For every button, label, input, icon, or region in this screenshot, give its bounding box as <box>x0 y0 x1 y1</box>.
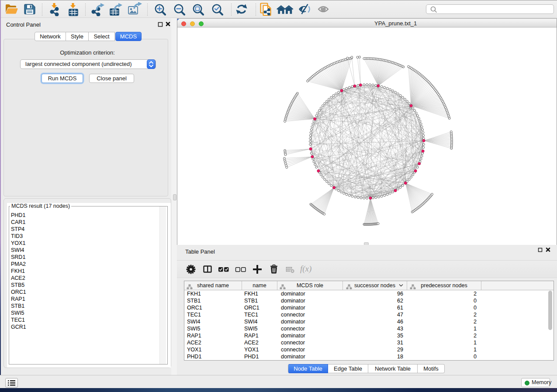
svg-text:f(x): f(x) <box>300 265 311 274</box>
